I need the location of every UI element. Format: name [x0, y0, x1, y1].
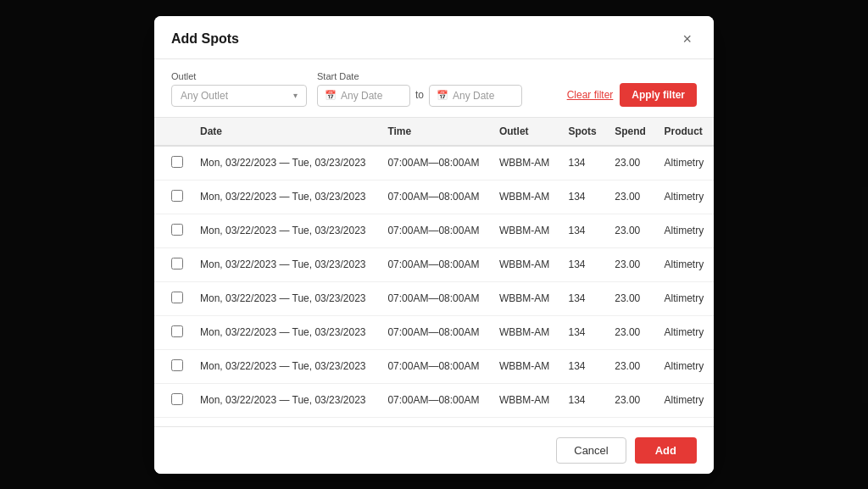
row-product: Altimetry — [655, 214, 714, 247]
row-product: Altimetry — [655, 383, 714, 417]
row-checkbox[interactable] — [171, 325, 183, 337]
outlet-filter-group: Outlet Any Outlet ▾ — [171, 71, 307, 107]
outlet-column-header: Outlet — [491, 118, 560, 146]
row-checkbox[interactable] — [171, 292, 183, 303]
outlet-placeholder: Any Outlet — [181, 90, 228, 102]
row-spend: 23.00 — [606, 383, 655, 417]
row-checkbox[interactable] — [171, 258, 183, 270]
row-checkbox[interactable] — [171, 224, 183, 236]
table-header: Date Time Outlet Spots Spend Product — [154, 118, 714, 146]
row-outlet: WBBM-AM — [491, 214, 560, 247]
row-time: 07:00AM—08:00AM — [379, 247, 491, 281]
row-time: 07:00AM—08:00AM — [379, 417, 491, 426]
modal-header: Add Spots × — [154, 16, 714, 59]
row-spend: 23.00 — [606, 315, 655, 349]
table-row: Mon, 03/22/2023 — Tue, 03/23/2023 07:00A… — [154, 417, 714, 426]
row-spots: 134 — [559, 247, 606, 281]
row-checkbox-cell — [154, 383, 192, 417]
checkbox-column-header — [154, 118, 192, 146]
spots-column-header: Spots — [559, 118, 606, 146]
row-spend: 23.00 — [606, 180, 655, 214]
table-body: Mon, 03/22/2023 — Tue, 03/23/2023 07:00A… — [154, 146, 714, 426]
row-outlet: WBBM-AM — [491, 383, 560, 417]
modal-title: Add Spots — [171, 31, 239, 47]
row-date: Mon, 03/22/2023 — Tue, 03/23/2023 — [192, 349, 379, 383]
row-checkbox-cell — [154, 214, 192, 247]
row-spend: 23.00 — [606, 214, 655, 247]
row-outlet: WBBM-AM — [491, 417, 560, 426]
filter-row: Outlet Any Outlet ▾ Start Date 📅 Any Dat… — [154, 59, 714, 118]
table-row: Mon, 03/22/2023 — Tue, 03/23/2023 07:00A… — [154, 180, 714, 214]
date-to-input[interactable]: 📅 Any Date — [429, 85, 522, 107]
row-checkbox-cell — [154, 349, 192, 383]
add-button[interactable]: Add — [635, 437, 697, 464]
table-row: Mon, 03/22/2023 — Tue, 03/23/2023 07:00A… — [154, 315, 714, 349]
product-column-header: Product — [655, 118, 714, 146]
row-spots: 134 — [559, 383, 606, 417]
row-outlet: WBBM-AM — [491, 180, 560, 214]
row-spots: 134 — [559, 214, 606, 247]
row-date: Mon, 03/22/2023 — Tue, 03/23/2023 — [192, 315, 379, 349]
row-spots: 134 — [559, 146, 606, 181]
chevron-down-icon: ▾ — [293, 91, 298, 100]
spend-column-header: Spend — [606, 118, 655, 146]
modal-overlay: Add Spots × Outlet Any Outlet ▾ Start Da… — [0, 0, 868, 489]
close-button[interactable]: × — [677, 30, 697, 48]
row-time: 07:00AM—08:00AM — [379, 281, 491, 315]
date-column-header: Date — [192, 118, 379, 146]
row-time: 07:00AM—08:00AM — [379, 315, 491, 349]
row-checkbox[interactable] — [171, 359, 183, 371]
row-product: Altimetry — [655, 247, 714, 281]
spots-table-container: Date Time Outlet Spots Spend Product Mon… — [154, 118, 714, 426]
row-product: Altimetry — [655, 281, 714, 315]
row-checkbox-cell — [154, 180, 192, 214]
row-checkbox-cell — [154, 281, 192, 315]
outlet-select[interactable]: Any Outlet ▾ — [171, 85, 307, 107]
row-spend: 23.00 — [606, 417, 655, 426]
row-outlet: WBBM-AM — [491, 315, 560, 349]
table-row: Mon, 03/22/2023 — Tue, 03/23/2023 07:00A… — [154, 247, 714, 281]
date-range-inputs: 📅 Any Date to 📅 Any Date — [317, 85, 522, 107]
row-product: Altimetry — [655, 146, 714, 181]
start-date-label: Start Date — [317, 71, 522, 81]
row-checkbox[interactable] — [171, 156, 183, 168]
row-spots: 134 — [559, 349, 606, 383]
row-date: Mon, 03/22/2023 — Tue, 03/23/2023 — [192, 281, 379, 315]
row-date: Mon, 03/22/2023 — Tue, 03/23/2023 — [192, 180, 379, 214]
row-time: 07:00AM—08:00AM — [379, 180, 491, 214]
row-product: Altimetry — [655, 315, 714, 349]
clear-filter-button[interactable]: Clear filter — [567, 89, 614, 101]
row-checkbox-cell — [154, 247, 192, 281]
table-row: Mon, 03/22/2023 — Tue, 03/23/2023 07:00A… — [154, 349, 714, 383]
row-product: Altimetry — [655, 417, 714, 426]
row-spots: 134 — [559, 315, 606, 349]
row-checkbox-cell — [154, 417, 192, 426]
row-time: 07:00AM—08:00AM — [379, 349, 491, 383]
row-spots: 134 — [559, 281, 606, 315]
row-spots: 134 — [559, 180, 606, 214]
table-row: Mon, 03/22/2023 — Tue, 03/23/2023 07:00A… — [154, 281, 714, 315]
row-date: Mon, 03/22/2023 — Tue, 03/23/2023 — [192, 417, 379, 426]
row-outlet: WBBM-AM — [491, 247, 560, 281]
row-checkbox-cell — [154, 146, 192, 181]
modal-footer: Cancel Add — [154, 426, 714, 474]
add-spots-modal: Add Spots × Outlet Any Outlet ▾ Start Da… — [154, 16, 714, 474]
spots-table: Date Time Outlet Spots Spend Product Mon… — [154, 118, 714, 426]
row-time: 07:00AM—08:00AM — [379, 383, 491, 417]
date-from-input[interactable]: 📅 Any Date — [317, 85, 410, 107]
row-date: Mon, 03/22/2023 — Tue, 03/23/2023 — [192, 146, 379, 181]
row-spend: 23.00 — [606, 281, 655, 315]
row-checkbox[interactable] — [171, 393, 183, 405]
outlet-label: Outlet — [171, 71, 307, 81]
row-outlet: WBBM-AM — [491, 349, 560, 383]
row-checkbox[interactable] — [171, 190, 183, 202]
row-time: 07:00AM—08:00AM — [379, 214, 491, 247]
to-separator: to — [415, 89, 424, 103]
row-spend: 23.00 — [606, 247, 655, 281]
apply-filter-button[interactable]: Apply filter — [620, 83, 697, 107]
row-outlet: WBBM-AM — [491, 146, 560, 181]
start-date-filter-group: Start Date 📅 Any Date to 📅 Any Date — [317, 71, 522, 107]
cancel-button[interactable]: Cancel — [556, 437, 626, 464]
table-row: Mon, 03/22/2023 — Tue, 03/23/2023 07:00A… — [154, 383, 714, 417]
row-spots: 134 — [559, 417, 606, 426]
